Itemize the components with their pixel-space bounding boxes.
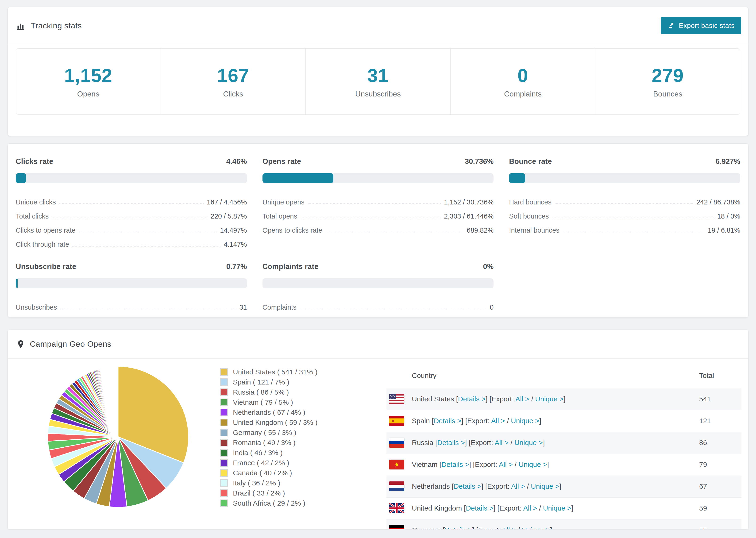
rate-detail-label: Unsubscribes	[16, 303, 57, 312]
rate-detail-row: Hard bounces 242 / 86.738%	[509, 192, 740, 207]
country-name: United States	[412, 395, 454, 403]
legend-label: Romania ( 49 / 3% )	[233, 439, 296, 447]
summary-stat: 167 Clicks	[161, 49, 306, 114]
legend-label: United Kingdom ( 59 / 3% )	[233, 418, 317, 426]
export-unique-link[interactable]: Unique >	[519, 460, 547, 468]
rate-detail-value: 167 / 4.456%	[207, 198, 247, 207]
export-unique-link[interactable]: Unique >	[535, 395, 564, 403]
geo-row-total: 121	[699, 417, 711, 425]
rate-panel: Bounce rate 6.927% Hard bounces 242 / 86…	[509, 157, 740, 249]
geo-table-row: United Kingdom [Details >] [Export: All …	[387, 497, 741, 519]
rate-detail-row: Unique clicks 167 / 4.456%	[16, 192, 247, 207]
rate-panel: Complaints rate 0% Complaints 0	[262, 262, 494, 312]
country-flag-icon	[389, 394, 404, 404]
rate-panel-header: Bounce rate 6.927%	[509, 157, 740, 166]
export-unique-link[interactable]: Unique >	[522, 526, 550, 529]
rate-detail-row: Internal bounces 19 / 6.81%	[509, 221, 740, 235]
export-prefix: Export:	[475, 460, 497, 468]
geo-row-total: 86	[699, 439, 707, 447]
country-name: United Kingdom	[412, 504, 462, 512]
rate-detail-row: Total clicks 220 / 5.87%	[16, 207, 247, 221]
rate-title: Clicks rate	[16, 157, 53, 166]
legend-item: Spain ( 121 / 7% )	[220, 377, 317, 387]
export-all-link[interactable]: All >	[523, 504, 537, 512]
rate-detail-label: Complaints	[262, 303, 297, 312]
geo-row-total: 67	[699, 482, 707, 490]
dotted-leader	[59, 203, 203, 204]
rate-detail-row: Total opens 2,303 / 61.446%	[262, 207, 494, 221]
dotted-leader	[555, 203, 693, 204]
export-unique-link[interactable]: Unique >	[514, 439, 543, 447]
country-name: Vietnam	[412, 460, 438, 468]
legend-color-swatch	[220, 459, 228, 467]
export-all-link[interactable]: All >	[515, 395, 529, 403]
rate-progress-fill	[509, 173, 525, 183]
geo-row-country: United States [Details >] [Export: All >…	[412, 395, 566, 403]
dotted-leader	[325, 232, 463, 232]
export-prefix: Export:	[499, 504, 522, 512]
dotted-leader	[72, 246, 220, 246]
column-header-total: Total	[699, 372, 714, 380]
geo-table-row: Russia [Details >] [Export: All > / Uniq…	[387, 432, 741, 454]
summary-stats-row: 1,152 Opens 167 Clicks 31 Unsubscribes 0…	[16, 48, 740, 115]
legend-item: South Africa ( 29 / 2% )	[220, 498, 317, 508]
legend-label: Netherlands ( 67 / 4% )	[233, 408, 305, 416]
legend-label: South Africa ( 29 / 2% )	[233, 499, 305, 507]
details-link[interactable]: Details >	[434, 417, 461, 425]
details-link[interactable]: Details >	[454, 482, 481, 490]
dotted-leader	[60, 309, 236, 309]
legend-color-swatch	[220, 368, 228, 376]
legend-color-swatch	[220, 449, 228, 457]
details-link[interactable]: Details >	[458, 395, 486, 403]
export-prefix: Export:	[471, 439, 493, 447]
export-unique-link[interactable]: Unique >	[511, 417, 539, 425]
geo-table-row: Netherlands [Details >] [Export: All > /…	[387, 476, 741, 497]
export-all-link[interactable]: All >	[502, 526, 516, 529]
legend-item: India ( 46 / 3% )	[220, 448, 317, 458]
summary-stat: 31 Unsubscribes	[306, 49, 451, 114]
details-link[interactable]: Details >	[441, 460, 469, 468]
legend-label: Brazil ( 33 / 2% )	[233, 489, 285, 497]
rate-detail-row: Clicks to opens rate 14.497%	[16, 221, 247, 235]
export-basic-stats-button[interactable]: Export basic stats	[661, 17, 741, 34]
legend-item: Russia ( 86 / 5% )	[220, 387, 317, 397]
export-all-link[interactable]: All >	[495, 439, 509, 447]
details-link[interactable]: Details >	[445, 526, 472, 529]
dotted-leader	[300, 309, 486, 309]
rate-detail-rows: Unsubscribes 31	[16, 297, 247, 312]
rate-progress-fill	[16, 173, 26, 183]
rate-detail-rows: Complaints 0	[262, 297, 494, 312]
geo-row-total: 55	[699, 526, 707, 529]
geo-table: Country Total United States [Details >] …	[387, 363, 741, 529]
campaign-geo-opens-card: Campaign Geo Opens United States ( 541 /…	[8, 330, 748, 529]
country-name: Germany	[412, 526, 441, 529]
export-prefix: Export:	[478, 526, 501, 529]
geo-pie-chart	[43, 362, 193, 512]
geo-table-row: United States [Details >] [Export: All >…	[387, 389, 741, 410]
details-link[interactable]: Details >	[466, 504, 494, 512]
rate-detail-value: 2,303 / 61.446%	[444, 212, 494, 221]
country-flag-icon	[389, 503, 404, 513]
legend-color-swatch	[220, 479, 228, 487]
export-all-link[interactable]: All >	[491, 417, 505, 425]
rate-value: 0.77%	[226, 262, 247, 271]
summary-label: Complaints	[504, 90, 542, 98]
legend-label: Russia ( 86 / 5% )	[233, 388, 289, 396]
geo-row-country: Spain [Details >] [Export: All > / Uniqu…	[412, 417, 541, 425]
summary-label: Clicks	[223, 90, 243, 98]
export-all-link[interactable]: All >	[499, 460, 513, 468]
rate-panel-header: Unsubscribe rate 0.77%	[16, 262, 247, 271]
details-link[interactable]: Details >	[437, 439, 465, 447]
country-name: Russia	[412, 439, 433, 447]
rate-detail-label: Total opens	[262, 212, 297, 221]
geo-row-country: Germany [Details >] [Export: All > / Uni…	[412, 526, 552, 529]
rate-detail-label: Click through rate	[16, 241, 69, 249]
geo-row-country: United Kingdom [Details >] [Export: All …	[412, 504, 573, 512]
legend-color-swatch	[220, 389, 228, 396]
export-unique-link[interactable]: Unique >	[543, 504, 571, 512]
rate-detail-row: Complaints 0	[262, 297, 494, 312]
legend-item: United States ( 541 / 31% )	[220, 367, 317, 377]
legend-label: Germany ( 55 / 3% )	[233, 429, 296, 437]
export-unique-link[interactable]: Unique >	[531, 482, 559, 490]
export-all-link[interactable]: All >	[511, 482, 525, 490]
